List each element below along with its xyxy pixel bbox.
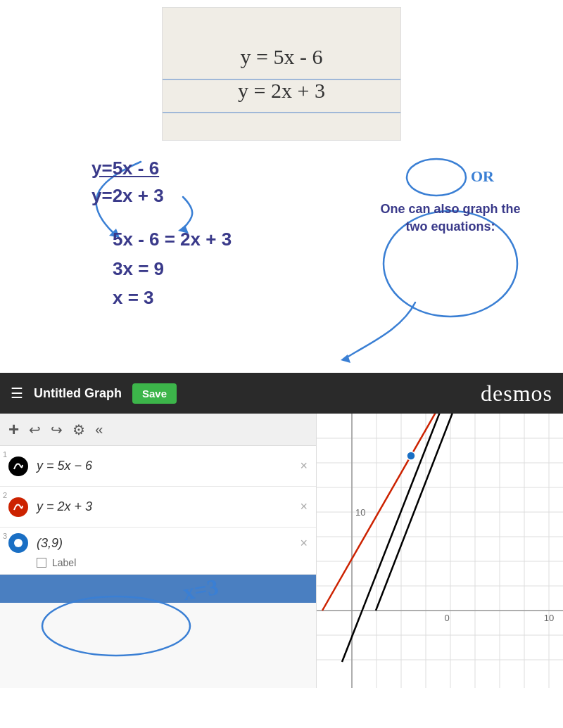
- expr-icon-2: [8, 497, 28, 517]
- desmos-logo: desmos: [481, 381, 552, 407]
- collapse-button[interactable]: «: [95, 421, 103, 438]
- left-panel: + ↩ ↪ ⚙ « 1 y = 5x − 6 × 2: [0, 414, 317, 688]
- algebra-block: 5x - 6 = 2x + 3 3x = 9 x = 3: [113, 225, 232, 313]
- row-number-1: 1: [3, 450, 7, 459]
- eq1-label: y=5x - 6: [91, 155, 164, 182]
- hw-line2: y = 2x + 3: [238, 74, 325, 108]
- hw-line1: y = 5x - 6: [241, 40, 323, 74]
- label-row: Label: [37, 557, 76, 568]
- desmos-bar: ☰ Untitled Graph Save desmos: [0, 373, 563, 414]
- blue-row: [0, 575, 316, 603]
- hamburger-icon[interactable]: ☰: [11, 385, 23, 402]
- row-number-2: 2: [3, 491, 7, 499]
- svg-point-3: [407, 159, 466, 196]
- expr-close-1[interactable]: ×: [300, 459, 308, 473]
- expression-row-3: 3 (3,9) × Label: [0, 528, 316, 575]
- eq2-label: y=2x + 3: [91, 182, 164, 210]
- point-row-inner: (3,9) ×: [8, 533, 308, 553]
- expr-close-3[interactable]: ×: [300, 536, 308, 551]
- graph-title: Untitled Graph: [34, 386, 122, 401]
- undo-button[interactable]: ↩: [29, 421, 41, 438]
- handwritten-photo: y = 5x - 6 y = 2x + 3: [162, 7, 401, 141]
- graph-panel: 0 10 10: [317, 414, 563, 688]
- equation-block: y=5x - 6 y=2x + 3: [91, 155, 164, 210]
- save-button[interactable]: Save: [132, 383, 177, 404]
- intersection-point: [407, 452, 415, 460]
- svg-text:10: 10: [544, 613, 554, 623]
- expr-close-2[interactable]: ×: [300, 499, 308, 514]
- svg-text:0: 0: [444, 613, 449, 623]
- svg-text:10: 10: [355, 507, 365, 518]
- step3-label: x = 3: [113, 283, 232, 313]
- expr-icon-1: [8, 456, 28, 476]
- svg-line-29: [342, 414, 517, 662]
- expr-icon-3: [8, 533, 28, 553]
- calculator-area: + ↩ ↪ ⚙ « 1 y = 5x − 6 × 2: [0, 414, 563, 688]
- graph-svg: 0 10 10: [317, 414, 563, 688]
- expression-list: 1 y = 5x − 6 × 2 y = 2x + 3 ×: [0, 446, 316, 688]
- expression-row-1: 1 y = 5x − 6 ×: [0, 446, 316, 487]
- row-number-3: 3: [3, 532, 7, 540]
- add-expression-button[interactable]: +: [8, 419, 19, 440]
- expr-formula-1[interactable]: y = 5x − 6: [37, 459, 294, 473]
- expr-formula-2[interactable]: y = 2x + 3: [37, 499, 294, 514]
- settings-button[interactable]: ⚙: [72, 421, 85, 438]
- label-checkbox[interactable]: [37, 558, 46, 568]
- expr-formula-3[interactable]: (3,9): [37, 536, 294, 551]
- speech-bubble: One can also graph the two equations:: [380, 200, 521, 236]
- toolbar: + ↩ ↪ ⚙ «: [0, 414, 316, 446]
- step2-label: 3x = 9: [113, 255, 232, 284]
- redo-button[interactable]: ↪: [51, 421, 63, 438]
- expression-row-2: 2 y = 2x + 3 ×: [0, 487, 316, 528]
- svg-marker-2: [341, 355, 350, 363]
- label-text: Label: [52, 557, 76, 568]
- annotation-area: y=5x - 6 y=2x + 3 5x - 6 = 2x + 3 3x = 9…: [0, 141, 563, 373]
- or-label: OR: [471, 167, 494, 186]
- step1-label: 5x - 6 = 2x + 3: [113, 225, 232, 255]
